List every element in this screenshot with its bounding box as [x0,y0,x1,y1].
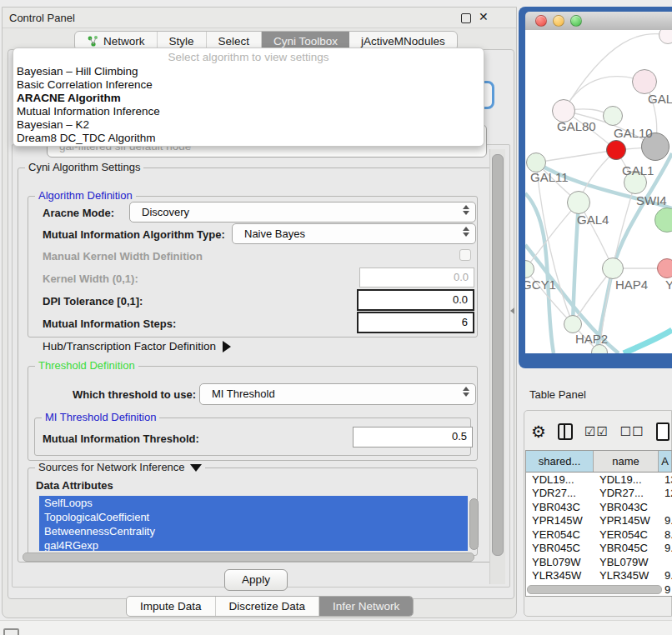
network-node[interactable] [567,191,590,214]
algorithm-item[interactable]: Basic Correlation Inference [17,78,475,92]
dpi-tolerance-label: DPI Tolerance [0,1]: [43,295,143,308]
column-header-third[interactable]: A [659,451,672,472]
attributes-scrollbar[interactable] [469,498,479,550]
close-panel-icon[interactable]: ✕ [479,10,489,23]
table-row[interactable]: YLR345WYLR345W9. [526,569,672,583]
mi-type-label: Mutual Information Algorithm Type: [43,228,225,241]
table-cell[interactable]: YBR045C [526,542,594,554]
network-canvas[interactable]: GALGAL80GAL10GAL1GAL11SWI4GAL4GCY1HAP4YH… [525,30,672,353]
algorithm-definition-title: Algorithm Definition [35,189,136,202]
table-cell[interactable]: YBL079W [526,556,594,568]
algorithm-item[interactable]: Mutual Information Inference [17,105,475,118]
table-cell[interactable]: YER054C [526,528,594,541]
table-row[interactable]: YBR045CYBR045C9. [526,542,672,556]
network-view-window[interactable]: GALGAL80GAL10GAL1GAL11SWI4GAL4GCY1HAP4YH… [519,7,672,368]
algorithm-item[interactable]: Bayesian – Hill Climbing [17,65,475,78]
select-all-columns-icon[interactable]: ☑☑ [584,424,609,439]
table-cell[interactable]: YLR345W [526,569,594,582]
mi-type-combobox[interactable]: Naive Bayes [232,223,476,244]
table-cell[interactable]: YBR043C [594,501,659,513]
table-cell[interactable]: YDR27... [526,487,594,499]
gear-icon[interactable]: ⚙ [531,423,546,440]
attribute-item[interactable]: BetweennessCentrality [39,524,468,538]
settings-hscrollbar[interactable] [23,552,474,562]
table-row[interactable]: YDL19...YDL19...13 [526,472,672,487]
control-panel-titlebar: Control Panel ✕ [3,8,516,28]
dpi-tolerance-field[interactable]: 0.0 [357,289,474,311]
network-node[interactable] [657,258,672,278]
algorithm-placeholder-item[interactable]: Select algorithm to view settings [13,51,484,63]
attribute-item[interactable]: SelfLoops [39,496,468,510]
network-node[interactable] [603,106,623,126]
splitpane-collapse-icon[interactable] [510,308,514,314]
manual-kernel-label: Manual Kernel Width Definition [43,250,203,262]
table-cell[interactable]: YDL19... [526,473,594,486]
mi-steps-field[interactable]: 6 [357,312,474,333]
network-node[interactable] [606,140,626,160]
mi-type-value: Naive Bayes [244,228,305,240]
network-node-label: GCY1 [525,278,556,292]
table-hscrollbar[interactable] [527,585,662,594]
table-cell[interactable]: YER054C [594,528,659,541]
close-traffic-light[interactable] [535,15,547,27]
attribute-item[interactable]: TopologicalCoefficient [39,510,468,524]
table-cell[interactable]: 8. [659,528,672,541]
tab-style-label: Style [169,35,194,48]
table-cell[interactable]: YPR145W [526,514,594,527]
network-node[interactable] [564,315,582,333]
table-cell[interactable]: YBR045C [594,542,659,554]
float-panel-icon[interactable] [461,13,471,23]
table-cell[interactable]: 9. [659,542,672,554]
algorithm-item-selected[interactable]: ARACNE Algorithm [17,92,475,105]
split-columns-icon[interactable] [558,423,573,440]
table-row[interactable]: YBL079WYBL079W [526,555,672,569]
apply-button[interactable]: Apply [224,569,288,591]
collapse-down-icon[interactable] [190,464,202,472]
table-cell[interactable]: YLR345W [594,569,659,582]
table-cell[interactable]: YDR27... [594,487,659,499]
kernel-width-field[interactable]: 0.0 [359,268,474,288]
network-node[interactable] [602,258,624,279]
hub-definition-expander[interactable]: Hub/Transcription Factor Definition [43,340,231,352]
table-hscroll-track[interactable] [527,585,667,593]
table-row[interactable]: YBR043CYBR043C [526,500,672,514]
zoom-traffic-light[interactable] [570,15,582,27]
settings-vscrollbar[interactable] [492,154,504,556]
column-header-shared-name[interactable]: shared... [526,451,594,472]
tab-infer-network[interactable]: Infer Network [319,597,413,616]
table-row[interactable]: YDR27...YDR27...12 [526,487,672,501]
table-cell[interactable]: YBL079W [594,556,659,568]
table-cell[interactable]: YPR145W [594,514,659,527]
table-cell[interactable]: 9. [659,514,672,527]
cyni-bottom-tabs: Impute Data Discretize Data Infer Networ… [126,596,414,617]
deselect-all-columns-icon[interactable]: ☐☐ [620,424,644,439]
table-cell[interactable]: YBR043C [526,501,594,513]
network-node-label: GAL11 [530,170,569,184]
network-window-titlebar[interactable] [525,12,672,31]
table-row[interactable]: YER054CYER054C8. [526,528,672,542]
minimize-traffic-light[interactable] [553,15,564,27]
data-attributes-list[interactable]: SelfLoops TopologicalCoefficient Between… [39,496,468,551]
export-table-icon[interactable] [656,422,669,441]
tab-impute-data[interactable]: Impute Data [127,597,216,616]
minimized-panel-icon[interactable] [3,628,19,635]
aracne-mode-combobox[interactable]: Discovery [129,202,476,222]
tab-discretize-data[interactable]: Discretize Data [216,597,320,616]
attribute-item[interactable]: gal4RGexp [39,538,468,551]
sources-title[interactable]: Sources for Network Inference [35,461,205,473]
table-cell[interactable]: 13 [659,473,672,486]
table-cell[interactable]: YDL19... [594,473,659,486]
manual-kernel-checkbox[interactable] [459,249,471,261]
table-cell[interactable]: 12 [659,487,672,499]
network-node-label: GAL [648,92,672,106]
algorithm-item[interactable]: Dream8 DC_TDC Algorithm [17,132,475,145]
table-row[interactable]: YPR145WYPR145W9. [526,514,672,528]
network-node[interactable] [632,69,657,94]
algorithm-item[interactable]: Bayesian – K2 [17,118,475,132]
table-cell[interactable]: 9. [659,569,672,582]
mi-threshold-field[interactable]: 0.5 [353,427,473,448]
expand-right-icon[interactable] [223,341,231,352]
which-threshold-combobox[interactable]: MI Threshold [199,383,476,405]
column-header-name[interactable]: name [594,451,659,472]
aracne-mode-value: Discovery [142,206,189,218]
